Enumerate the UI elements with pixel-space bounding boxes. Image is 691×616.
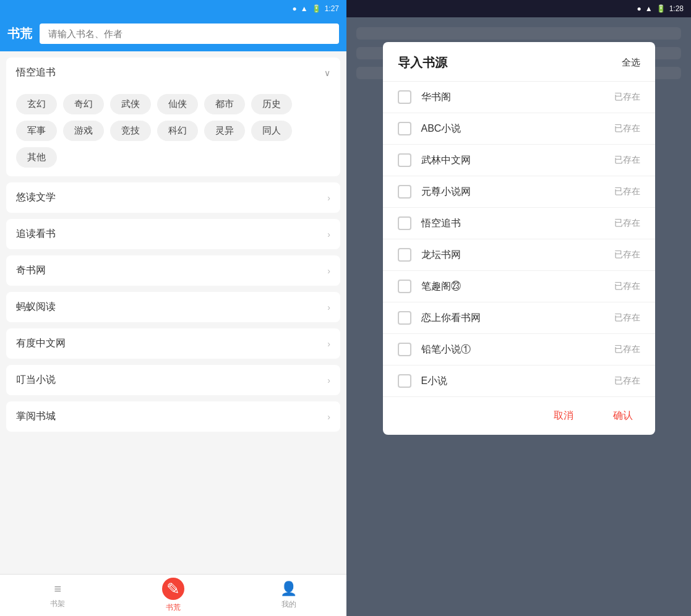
battery-icon-right: 🔋 (656, 4, 666, 13)
left-panel: ● ▲ 🔋 1:27 书荒 悟空追书 ∨ 玄幻 奇幻 武侠 仙侠 都市 历史 军… (0, 0, 346, 616)
item-name-9: E小说 (421, 375, 614, 388)
dialog-item-6[interactable]: 笔趣阁㉓ 已存在 (383, 271, 655, 302)
nav-label-mine: 我的 (281, 599, 296, 610)
chevron-right-icon-youdu2: › (327, 339, 330, 349)
source-section-wukong: 悟空追书 ∨ 玄幻 奇幻 武侠 仙侠 都市 历史 军事 游戏 竞技 科幻 灵异 … (6, 58, 340, 176)
tag-xianxia[interactable]: 仙侠 (157, 94, 198, 114)
content-area: 悟空追书 ∨ 玄幻 奇幻 武侠 仙侠 都市 历史 军事 游戏 竞技 科幻 灵异 … (0, 51, 346, 574)
checkbox-2[interactable] (398, 153, 411, 167)
search-input[interactable] (40, 24, 339, 44)
status-icons-left: ● ▲ 🔋 1:27 (293, 4, 340, 13)
dialog-item-4[interactable]: 悟空追书 已存在 (383, 208, 655, 239)
tag-lishi[interactable]: 历史 (251, 94, 292, 114)
signal-icon: ▲ (301, 4, 308, 13)
item-status-6: 已存在 (614, 281, 640, 292)
chevron-right-icon-zhang: › (327, 412, 330, 422)
dialog-item-5[interactable]: 龙坛书网 已存在 (383, 239, 655, 271)
chevron-down-icon: ∨ (324, 68, 330, 78)
nav-label-shuhuang: 书荒 (166, 602, 181, 613)
right-panel: ● ▲ 🔋 1:28 导入书源 全选 华书阁 已存在 (346, 0, 691, 616)
chevron-right-icon-youdu: › (327, 193, 330, 203)
item-name-0: 华书阁 (421, 91, 614, 104)
dialog-header: 导入书源 全选 (383, 42, 655, 82)
item-status-1: 已存在 (614, 123, 640, 134)
tag-qita[interactable]: 其他 (16, 147, 57, 168)
bookshelf-icon: ≡ (54, 582, 62, 596)
source-item-youdu[interactable]: 悠读文学 › (6, 182, 340, 213)
source-item-dingdang[interactable]: 叮当小说 › (6, 365, 340, 395)
dialog-item-3[interactable]: 元尊小说网 已存在 (383, 176, 655, 208)
nav-item-shuhuang[interactable]: ✎ 书荒 (116, 578, 231, 613)
dialog-item-9[interactable]: E小说 已存在 (383, 366, 655, 396)
source-item-zhang[interactable]: 掌阅书城 › (6, 401, 340, 432)
tag-dushi[interactable]: 都市 (204, 94, 245, 114)
item-status-2: 已存在 (614, 155, 640, 166)
checkbox-0[interactable] (398, 90, 411, 104)
item-status-4: 已存在 (614, 218, 640, 229)
dialog-item-2[interactable]: 武林中文网 已存在 (383, 145, 655, 176)
checkbox-1[interactable] (398, 122, 411, 135)
chevron-right-icon-dingdang: › (327, 375, 330, 385)
item-status-0: 已存在 (614, 92, 640, 103)
checkbox-6[interactable] (398, 280, 411, 293)
tag-tongren[interactable]: 同人 (251, 121, 292, 141)
mine-icon: 👤 (280, 581, 297, 597)
import-dialog: 导入书源 全选 华书阁 已存在 ABC小说 已存在 武林中文网 已存在 (383, 42, 655, 435)
status-icons-right: ● ▲ 🔋 1:28 (637, 4, 684, 13)
dialog-footer: 取消 确认 (383, 396, 655, 435)
wifi-icon-right: ● (637, 4, 642, 13)
source-item-zhuidu[interactable]: 追读看书 › (6, 219, 340, 249)
select-all-button[interactable]: 全选 (622, 57, 640, 69)
wifi-icon: ● (293, 4, 297, 13)
dialog-item-0[interactable]: 华书阁 已存在 (383, 82, 655, 113)
dialog-list: 华书阁 已存在 ABC小说 已存在 武林中文网 已存在 元尊小说网 已存在 (383, 82, 655, 396)
source-name-dingdang: 叮当小说 (16, 374, 56, 387)
source-header-wukong[interactable]: 悟空追书 ∨ (6, 58, 340, 88)
dialog-item-8[interactable]: 铅笔小说① 已存在 (383, 334, 655, 366)
cancel-button[interactable]: 取消 (546, 406, 581, 426)
chevron-right-icon-zhuidu: › (327, 229, 330, 239)
signal-icon-right: ▲ (645, 4, 653, 13)
dialog-item-7[interactable]: 恋上你看书网 已存在 (383, 302, 655, 334)
item-status-8: 已存在 (614, 344, 640, 355)
nav-item-bookshelf[interactable]: ≡ 书架 (0, 582, 116, 609)
dialog-item-1[interactable]: ABC小说 已存在 (383, 113, 655, 145)
source-item-youdu2[interactable]: 有度中文网 › (6, 328, 340, 359)
status-bar-right: ● ▲ 🔋 1:28 (346, 0, 691, 17)
tag-xuanhuan[interactable]: 玄幻 (16, 94, 57, 114)
nav-label-bookshelf: 书架 (50, 599, 65, 609)
tag-jingji[interactable]: 竞技 (110, 121, 151, 141)
top-bar: 书荒 (0, 17, 346, 51)
tag-youxi[interactable]: 游戏 (63, 121, 104, 141)
item-name-3: 元尊小说网 (421, 186, 614, 199)
tag-junshi[interactable]: 军事 (16, 121, 57, 141)
chevron-right-icon-mayi: › (327, 302, 330, 312)
time-left: 1:27 (325, 4, 339, 13)
item-status-9: 已存在 (614, 375, 640, 387)
chevron-right-icon-qishu: › (327, 266, 330, 276)
tag-lingyi[interactable]: 灵异 (204, 121, 245, 141)
tag-wuxia[interactable]: 武侠 (110, 94, 151, 114)
source-item-qishu[interactable]: 奇书网 › (6, 255, 340, 286)
checkbox-9[interactable] (398, 374, 411, 388)
checkbox-5[interactable] (398, 248, 411, 262)
time-right: 1:28 (669, 4, 684, 13)
confirm-button[interactable]: 确认 (606, 406, 640, 426)
nav-item-mine[interactable]: 👤 我的 (231, 581, 346, 610)
checkbox-8[interactable] (398, 343, 411, 356)
item-status-3: 已存在 (614, 186, 640, 197)
checkbox-4[interactable] (398, 216, 411, 230)
source-item-mayi[interactable]: 蚂蚁阅读 › (6, 292, 340, 322)
source-name-qishu: 奇书网 (16, 264, 46, 277)
checkbox-7[interactable] (398, 311, 411, 325)
tags-area: 玄幻 奇幻 武侠 仙侠 都市 历史 军事 游戏 竞技 科幻 灵异 同人 其他 (6, 88, 340, 176)
tag-kehuan[interactable]: 科幻 (157, 121, 198, 141)
dialog-title: 导入书源 (398, 54, 447, 71)
item-name-4: 悟空追书 (421, 217, 614, 230)
checkbox-3[interactable] (398, 185, 411, 199)
item-name-2: 武林中文网 (421, 154, 614, 167)
tag-qihuan[interactable]: 奇幻 (63, 94, 104, 114)
item-name-5: 龙坛书网 (421, 249, 614, 262)
source-name-mayi: 蚂蚁阅读 (16, 301, 56, 314)
source-name-wukong: 悟空追书 (16, 66, 56, 79)
